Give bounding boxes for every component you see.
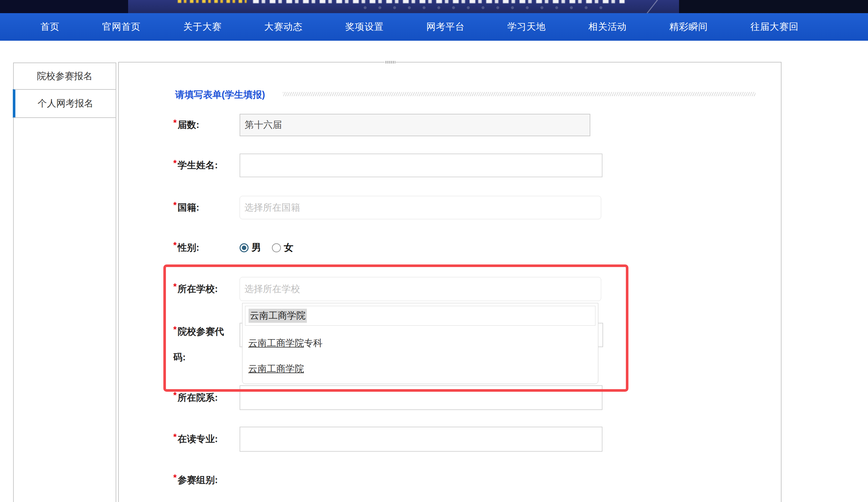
required-asterisk: * — [173, 432, 177, 442]
field-label-student-name: * 学生姓名: — [173, 153, 218, 177]
banner-binary-pattern — [362, 4, 605, 12]
field-label-text: 在读专业: — [178, 433, 218, 445]
field-label-major: * 在读专业: — [173, 427, 218, 452]
title-hatch-divider — [283, 92, 756, 96]
form-panel: 请填写表单(学生填报) * 届数: * 学生姓名: * 国籍: * 性别: 男 … — [118, 62, 782, 502]
field-label-text: 届数: — [178, 119, 199, 131]
nationality-select-input[interactable] — [240, 196, 601, 219]
banner-dark-edge — [679, 0, 868, 13]
nav-item-moments[interactable]: 精彩瞬间 — [669, 21, 708, 33]
school-suggest-dropdown: 云南工商学院 云南工商学院专科 云南工商学院 — [242, 303, 598, 384]
form-title: 请填写表单(学生填报) — [175, 89, 265, 101]
field-label-text: 国籍: — [178, 201, 199, 214]
nav-item-exam-platform[interactable]: 网考平台 — [426, 21, 465, 33]
field-label-text: 参赛组别: — [178, 474, 218, 486]
gender-radio-female-label: 女 — [284, 241, 293, 254]
session-input — [240, 114, 590, 136]
panel-border-notch — [385, 61, 395, 63]
required-asterisk: * — [173, 473, 177, 483]
field-label-text: 学生姓名: — [178, 159, 218, 172]
department-input[interactable] — [240, 385, 602, 410]
dropdown-option-text: 云南工商学院 — [249, 309, 307, 323]
sidebar-empty-panel — [13, 117, 116, 502]
required-asterisk: * — [173, 118, 177, 128]
nav-item-awards[interactable]: 奖项设置 — [345, 21, 384, 33]
gender-radio-female[interactable] — [272, 243, 281, 252]
field-label-text: 院校参赛代码: — [173, 326, 224, 362]
gender-radio-group: 男 女 — [240, 239, 293, 257]
field-label-text: 所在院系: — [178, 391, 218, 404]
required-asterisk: * — [173, 240, 177, 250]
dropdown-option-highlighted[interactable]: 云南工商学院 — [245, 306, 596, 326]
nav-item-home[interactable]: 首页 — [40, 21, 60, 33]
dropdown-option-text: 云南工商学院 — [248, 363, 304, 374]
field-label-school: * 所在学校: — [173, 277, 218, 301]
nav-item-activities[interactable]: 相关活动 — [588, 21, 627, 33]
field-label-gender: * 性别: — [173, 239, 199, 257]
gender-radio-male-label: 男 — [251, 241, 261, 254]
dropdown-option-link[interactable]: 云南工商学院专科 — [248, 337, 322, 350]
hero-banner-image — [0, 0, 868, 13]
nav-item-contest-news[interactable]: 大赛动态 — [264, 21, 303, 33]
school-select-input[interactable] — [240, 277, 601, 301]
required-asterisk: * — [173, 282, 177, 292]
field-label-nationality: * 国籍: — [173, 196, 199, 219]
major-input[interactable] — [240, 427, 602, 452]
nav-item-past-contests[interactable]: 往届大赛回 — [751, 21, 798, 33]
gender-radio-male[interactable] — [240, 243, 249, 252]
required-asterisk: * — [173, 390, 177, 400]
field-label-session: * 届数: — [173, 114, 199, 136]
nav-item-official-home[interactable]: 官网首页 — [102, 21, 141, 33]
dropdown-option-suffix: 专科 — [304, 338, 322, 348]
required-asterisk: * — [173, 200, 177, 210]
dropdown-option-text: 云南工商学院 — [248, 338, 304, 348]
sidebar-item-personal-exam-registration[interactable]: 个人网考报名 — [13, 89, 116, 118]
nav-item-about-contest[interactable]: 关于大赛 — [183, 21, 221, 33]
nav-item-learning[interactable]: 学习天地 — [507, 21, 546, 33]
banner-clipped-logo-art — [178, 0, 247, 3]
field-label-school-code: *院校参赛代码: — [173, 319, 228, 370]
student-name-input[interactable] — [240, 153, 602, 177]
field-label-department: * 所在院系: — [173, 385, 218, 410]
required-asterisk: * — [173, 158, 177, 168]
field-label-group: * 参赛组别: — [173, 471, 218, 489]
required-asterisk: * — [173, 317, 177, 342]
dropdown-option-link[interactable]: 云南工商学院 — [248, 363, 304, 375]
sidebar-item-school-registration[interactable]: 院校参赛报名 — [13, 62, 116, 90]
main-nav: 首页 官网首页 关于大赛 大赛动态 奖项设置 网考平台 学习天地 相关活动 精彩… — [0, 13, 868, 41]
field-label-text: 性别: — [178, 241, 199, 254]
banner-clipped-text-art — [253, 0, 624, 3]
field-label-text: 所在学校: — [178, 283, 218, 295]
